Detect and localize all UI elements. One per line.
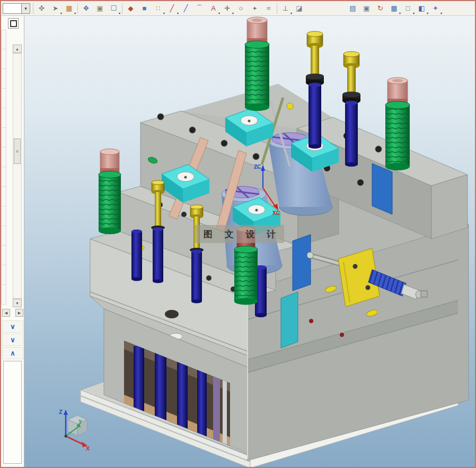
sidebar-slot (1, 167, 6, 187)
layer-visible-icon[interactable]: □▾ (401, 2, 415, 15)
vertical-scrollbar-thumb[interactable]: ≡ (14, 138, 21, 164)
dropdown-caret-icon[interactable]: ▾ (218, 12, 220, 15)
cad-application-window: ▾✜➤▾▦▾✥▣☐▾◆■∷▾╱▾╱⌒A▾✛▾○+≈⊥▾◪▤▣↻▦▾□▾◧▾✦▾ … (0, 0, 476, 468)
shaded-cube-icon-glyph: ◧ (418, 5, 425, 12)
sidebar-slot (1, 285, 6, 305)
scroll-up-button[interactable]: ▲ (13, 45, 22, 53)
dropdown-caret-icon[interactable]: ▾ (440, 12, 442, 15)
layer-grid-icon-glyph: ▦ (391, 5, 397, 12)
point-icon-glyph: ✛ (224, 5, 230, 12)
spring-unit-right[interactable] (385, 77, 410, 170)
spline-icon[interactable]: ≈ (262, 2, 275, 15)
guide-bolt-b[interactable] (342, 51, 360, 167)
combo-value[interactable] (3, 3, 22, 14)
dropdown-caret-icon[interactable]: ▾ (427, 12, 428, 15)
blue-line-icon-glyph: ╱ (184, 5, 188, 12)
triad-z-label: Z (59, 409, 63, 415)
sidebar-slot (1, 187, 6, 206)
guide-pin-left[interactable] (131, 230, 142, 281)
layer-grid-icon[interactable]: ▦▾ (387, 2, 401, 15)
window-icon[interactable]: ▤ (346, 2, 359, 15)
red-line-icon[interactable]: ╱▾ (165, 2, 179, 15)
datum-plane-icon-glyph: ▦ (66, 5, 72, 12)
sidebar-slot-strip (1, 30, 7, 305)
view-triad: Z X Y (59, 409, 90, 452)
spring-unit-left[interactable] (99, 149, 121, 235)
solid-box-icon[interactable]: ◆ (124, 2, 137, 15)
text-annotation-icon[interactable]: A▾ (207, 2, 220, 15)
watermark: 图 文 设 计 (195, 225, 284, 243)
panel-chevron-0[interactable]: ∨ (2, 320, 23, 333)
sidebar-slot (1, 265, 6, 285)
rect-select-icon[interactable]: ☐▾ (107, 2, 120, 15)
text-annotation-icon-glyph: A (211, 5, 216, 12)
toolbar-items: ▾✜➤▾▦▾✥▣☐▾◆■∷▾╱▾╱⌒A▾✛▾○+≈⊥▾◪▤▣↻▦▾□▾◧▾✦▾ (1, 1, 475, 16)
panel-chevron-1[interactable]: ∨ (2, 334, 23, 346)
circle-icon[interactable]: ○ (234, 2, 248, 15)
sidebar-slot (1, 128, 6, 148)
pattern-icon[interactable]: ∷▾ (152, 2, 165, 15)
scroll-right-button[interactable]: ▶ (15, 309, 23, 317)
refresh-icon[interactable]: ↻ (374, 2, 387, 15)
snapshot-icon[interactable]: ▣ (360, 2, 373, 15)
refresh-icon-glyph: ↻ (377, 5, 383, 12)
combo-caret-icon[interactable]: ▾ (22, 3, 30, 14)
arc-icon-glyph: ⌒ (196, 5, 203, 12)
dropdown-caret-icon[interactable]: ▾ (163, 12, 165, 15)
spring-unit-top[interactable] (245, 17, 269, 111)
dropdown-caret-icon[interactable]: ▾ (399, 12, 401, 15)
pattern-icon-glyph: ∷ (156, 5, 160, 12)
triad-z-arrow (64, 410, 68, 415)
sidebar-slot (1, 89, 6, 108)
move-object-icon[interactable]: ✥ (80, 2, 93, 15)
measure-icon[interactable]: ⊥▾ (279, 2, 292, 15)
sidebar-slot (1, 108, 6, 128)
move-object-icon-glyph: ✥ (83, 5, 89, 12)
toolbar-sep (33, 3, 33, 14)
sidebar-slot (1, 206, 6, 226)
horizontal-scrollbar[interactable]: ◀ ▶ (2, 309, 23, 317)
sidebar-slot (1, 49, 6, 69)
scroll-down-button[interactable]: ▼ (13, 299, 22, 307)
sidebar-slot (1, 69, 6, 89)
guide-bolt-a[interactable] (306, 31, 324, 149)
cylinder-icon[interactable]: ■ (138, 2, 151, 15)
select-cursor-icon[interactable]: ➤▾ (49, 2, 62, 15)
style-wand-icon-glyph: ✦ (433, 5, 438, 12)
restore-panel-button[interactable] (8, 18, 19, 29)
dropdown-caret-icon[interactable]: ▾ (413, 12, 415, 15)
dropdown-caret-icon[interactable]: ▾ (290, 12, 292, 15)
plus-icon[interactable]: + (248, 2, 261, 15)
panel-chevron-2[interactable]: ∧ (2, 347, 23, 359)
plus-icon-glyph: + (253, 5, 257, 12)
arc-icon[interactable]: ⌒ (193, 2, 206, 15)
vertical-scrollbar-track[interactable]: ≡ (13, 53, 22, 299)
dropdown-caret-icon[interactable]: ▾ (74, 12, 76, 15)
circle-icon-glyph: ○ (239, 5, 243, 12)
resource-sidebar: ▲ ≡ ▼ ◀ ▶ ∨∨∧ (1, 16, 24, 467)
style-wand-icon[interactable]: ✦▾ (429, 2, 442, 15)
snap-point-icon[interactable]: ✜ (35, 2, 48, 15)
graphics-viewport[interactable]: ZC XC Z X Y 图 文 设 计 (24, 16, 475, 467)
copy-object-icon[interactable]: ▣ (93, 2, 107, 15)
dropdown-caret-icon[interactable]: ▾ (177, 12, 179, 15)
dropdown-caret-icon[interactable]: ▾ (119, 12, 120, 15)
sidebar-slot (1, 30, 6, 49)
blue-line-icon[interactable]: ╱ (179, 2, 192, 15)
shaded-cube-icon[interactable]: ◧▾ (415, 2, 428, 15)
snap-point-icon-glyph: ✜ (39, 5, 45, 12)
point-icon[interactable]: ✛▾ (221, 2, 234, 15)
scroll-left-button[interactable]: ◀ (2, 309, 10, 317)
dropdown-caret-icon[interactable]: ▾ (60, 12, 62, 15)
datum-plane-icon[interactable]: ▦▾ (63, 2, 76, 15)
sidebar-slot (1, 246, 6, 265)
dropdown-caret-icon[interactable]: ▾ (232, 12, 234, 15)
measure-icon-glyph: ⊥ (283, 5, 288, 12)
triad-y-label: Y (78, 419, 82, 425)
copy-object-icon-glyph: ▣ (96, 5, 103, 12)
sidebar-slot (1, 226, 6, 246)
section-view-icon[interactable]: ◪ (293, 2, 306, 15)
window-icon-glyph: ▤ (349, 5, 356, 12)
sidebar-slot (1, 148, 6, 167)
selection-scope-combo[interactable]: ▾ (3, 3, 30, 14)
